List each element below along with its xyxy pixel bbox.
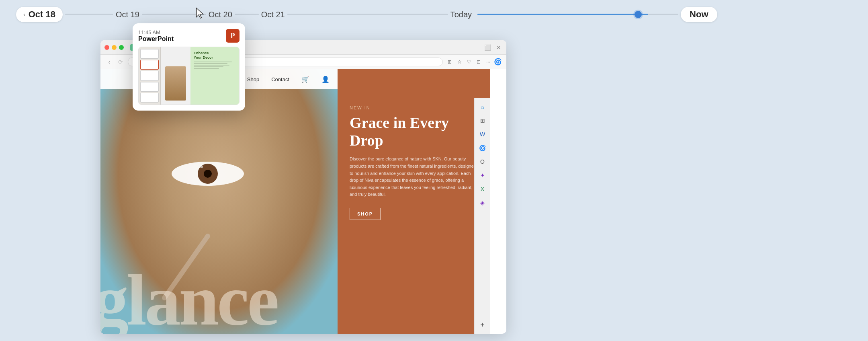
ppt-thumb-5 [140,93,159,103]
hero-description: Discover the pure elegance of nature wit… [350,156,478,198]
ppt-preview-content: EnhanceYour Decor [139,47,239,105]
tooltip-preview[interactable]: EnhanceYour Decor [138,47,240,105]
ppt-slide-body [194,62,236,69]
glance-large-text: glance [100,259,277,334]
track-oct21-today [287,14,448,15]
browser-sidebar: ⌂ ⊞ W 🌀 O ✦ X ◈ + [474,98,490,334]
timeline-position-dot [635,11,642,18]
ppt-slide-right: EnhanceYour Decor [190,47,239,105]
window-minimize-icon[interactable]: — [473,44,480,51]
ppt-person-thumbnail [165,66,186,101]
split-icon[interactable]: ⊡ [475,58,482,66]
sidebar-add-icon[interactable]: + [477,319,488,331]
hero-title: Grace in Every Drop [350,114,478,149]
ppt-thumb-2 [140,60,159,70]
ppt-line-3 [194,65,229,66]
track-today-now [477,14,678,15]
forward-button: ⟳ [117,59,125,65]
track-oct18-oct19 [65,14,113,15]
sidebar-copilot-icon[interactable]: ✦ [477,170,488,181]
timeline-oct18-item: ‹ Oct 18 [16,7,63,22]
edge-icon[interactable]: 🌀 [494,58,502,66]
sidebar-extra-icon[interactable]: ◈ [477,197,488,208]
sidebar-office-icon[interactable]: W [477,129,488,140]
ppt-line-2 [194,63,227,64]
eye-area [172,162,252,194]
today-label: Today [450,10,472,19]
tooltip-header: 11:45 AM PowerPoint P [138,29,240,43]
ppt-line-4 [194,66,223,67]
ppt-slide-title: EnhanceYour Decor [194,51,236,60]
toolbar-icon-group: ⊞ ☆ ♡ ⊡ ··· 🌀 [446,58,502,66]
hero-right-panel: NEW IN Grace in Every Drop Discover the … [338,69,490,334]
now-pill: Now [681,7,717,22]
new-in-badge: NEW IN [350,105,478,110]
ppt-main-area: EnhanceYour Decor [161,47,239,105]
ppt-slide: EnhanceYour Decor [161,47,239,105]
nav-contact[interactable]: Contact [271,76,289,82]
sidebar-edge-icon[interactable]: 🌀 [477,142,488,154]
tooltip-app-name: PowerPoint [138,35,174,43]
tooltip-time: 11:45 AM [138,29,174,35]
powerpoint-app-icon: P [226,29,240,43]
shop-button[interactable]: SHOP [350,208,381,220]
ppt-line-5 [194,68,219,69]
bookmark-icon[interactable]: ☆ [456,58,463,66]
timeline-bar: ‹ Oct 18 Oct 19 Oct 20 Oct 21 Today Now [0,0,868,29]
ppt-line-1 [194,62,231,62]
account-icon[interactable]: 👤 [321,76,330,83]
oct20-label: Oct 20 [209,10,232,19]
tooltip-time-app: 11:45 AM PowerPoint [138,29,174,43]
more-icon[interactable]: ··· [485,58,492,66]
oct19-label: Oct 19 [116,10,139,19]
window-restore-icon[interactable]: ⬜ [484,44,491,51]
oct18-pill[interactable]: ‹ Oct 18 [16,7,63,22]
minimize-button[interactable] [112,45,117,50]
ppt-thumb-3 [140,71,159,80]
close-button[interactable] [104,45,109,50]
sidebar-outlook-icon[interactable]: O [477,156,488,167]
window-close-icon[interactable]: ✕ [495,44,502,51]
ppt-thumb-1 [140,49,159,59]
cart-icon[interactable]: 🛒 [301,76,309,83]
ppt-thumb-4 [140,82,159,92]
sidebar-tabs-icon[interactable]: ⊞ [477,115,488,126]
sidebar-home-icon[interactable]: ⌂ [477,101,488,113]
track-oct19-oct20 [142,14,206,15]
oct21-label: Oct 21 [261,10,285,19]
tooltip-popup: 11:45 AM PowerPoint P [133,23,245,111]
back-chevron-icon: ‹ [23,11,25,18]
favorite-icon[interactable]: ♡ [465,58,473,66]
maximize-button[interactable] [119,45,124,50]
sidebar-excel-icon[interactable]: X [477,183,488,195]
ppt-slide-panel [139,47,161,105]
nav-shop[interactable]: Shop [247,76,259,82]
extensions-icon[interactable]: ⊞ [446,58,453,66]
back-button[interactable]: ‹ [105,59,113,65]
oct18-label: Oct 18 [29,9,55,20]
ppt-slide-left [161,47,190,105]
track-oct20-oct21 [235,14,259,15]
